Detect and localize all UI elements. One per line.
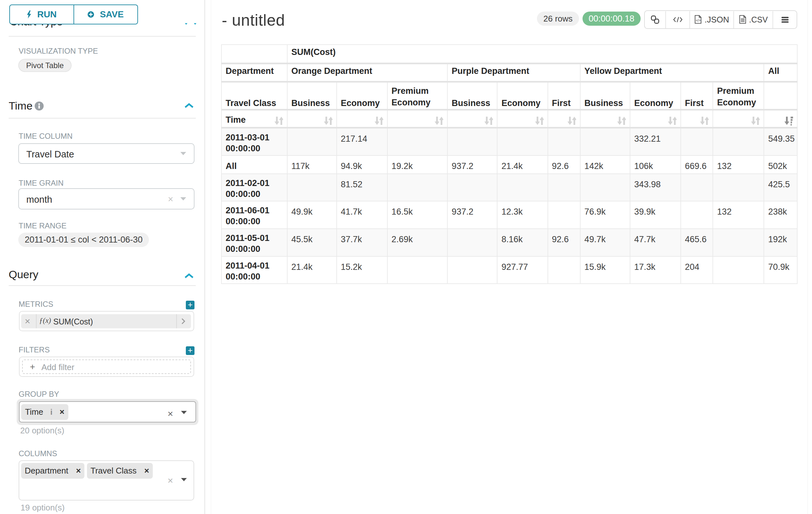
svg-text:</>: </> bbox=[696, 18, 701, 22]
